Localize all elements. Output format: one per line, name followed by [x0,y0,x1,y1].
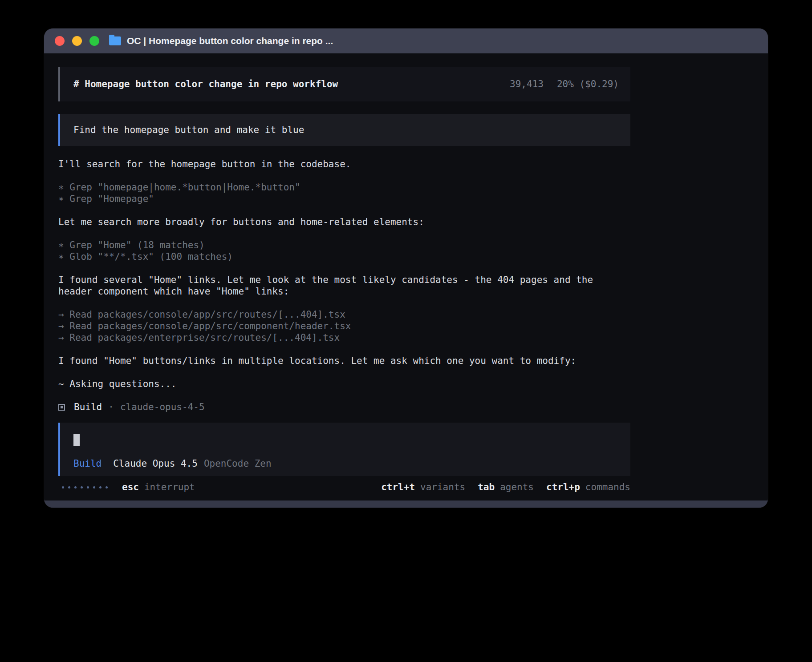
statusbar-left: esc interrupt [62,481,195,493]
user-message: Find the homepage button and make it blu… [58,114,630,146]
window-titlebar[interactable]: OC | Homepage button color change in rep… [44,28,768,53]
zoom-button[interactable] [89,36,99,46]
agent-status-line: Build · claude-opus-4-5 [58,401,630,413]
shortcut-variants: ctrl+t variants [381,481,465,493]
shortcut-label: agents [500,481,534,493]
tool-call: ∗ Grep "Homepage" [58,193,630,205]
user-message-text: Find the homepage button and make it blu… [73,124,304,136]
close-button[interactable] [55,36,65,46]
tool-call: ∗ Glob "**/*.tsx" (100 matches) [58,251,630,262]
assistant-status-text: ~ Asking questions... [58,378,630,390]
window-title: OC | Homepage button color change in rep… [127,36,333,46]
build-status-icon [58,404,65,411]
terminal-content: # Homepage button color change in repo w… [44,53,768,501]
tool-call: → Read packages/console/app/src/routes/[… [58,309,630,320]
traffic-lights [55,36,99,46]
agent-name: Build [74,401,102,413]
spinner-dots [62,486,108,488]
window-bottom-chrome [44,501,768,508]
tool-call: ∗ Grep "homepage|home.*button|Home.*butt… [58,182,630,193]
session-stats: 39,413 20% ($0.29) [510,78,619,90]
tool-call-group: ∗ Grep "Home" (18 matches) ∗ Glob "**/*.… [58,239,630,262]
input-model: Claude Opus 4.5 [113,458,198,469]
statusbar-right: ctrl+t variants tab agents ctrl+p comman… [381,481,630,493]
tool-call: → Read packages/enterprise/src/routes/[.… [58,332,630,343]
input-mode: Build [73,458,102,469]
session-title: # Homepage button color change in repo w… [73,78,338,90]
input-provider: OpenCode Zen [204,458,272,469]
tool-call-group: ∗ Grep "homepage|home.*button|Home.*butt… [58,182,630,205]
context-usage: 20% ($0.29) [557,78,619,90]
prompt-input[interactable]: Build Claude Opus 4.5 OpenCode Zen [58,423,630,476]
token-count: 39,413 [510,78,544,90]
session-column: # Homepage button color change in repo w… [58,67,630,493]
shortcut-key: ctrl+p [546,481,580,493]
status-separator: · [108,401,114,413]
text-cursor [73,434,80,446]
folder-icon [109,36,121,45]
shortcut-agents: tab agents [478,481,534,493]
assistant-paragraph: Let me search more broadly for buttons a… [58,216,630,228]
terminal-window: OC | Homepage button color change in rep… [44,28,768,508]
assistant-paragraph: I found several "Home" links. Let me loo… [58,274,630,297]
input-meta-row: Build Claude Opus 4.5 OpenCode Zen [73,458,617,469]
desktop-background: OC | Homepage button color change in rep… [0,0,812,662]
tool-call-group: → Read packages/console/app/src/routes/[… [58,309,630,343]
shortcut-label: commands [585,481,630,493]
statusbar: esc interrupt ctrl+t variants tab agents [58,481,630,493]
model-name: claude-opus-4-5 [120,401,205,413]
tool-call: ∗ Grep "Home" (18 matches) [58,239,630,251]
shortcut-key: tab [478,481,495,493]
session-header: # Homepage button color change in repo w… [58,67,630,101]
esc-label: interrupt [144,481,195,493]
assistant-paragraph: I found "Home" buttons/links in multiple… [58,355,630,367]
shortcut-commands: ctrl+p commands [546,481,630,493]
esc-key: esc [122,481,139,493]
assistant-paragraph: I'll search for the homepage button in t… [58,158,630,170]
shortcut-key: ctrl+t [381,481,415,493]
minimize-button[interactable] [72,36,82,46]
tool-call: → Read packages/console/app/src/componen… [58,320,630,332]
interrupt-hint: esc interrupt [122,481,195,493]
shortcut-label: variants [420,481,465,493]
